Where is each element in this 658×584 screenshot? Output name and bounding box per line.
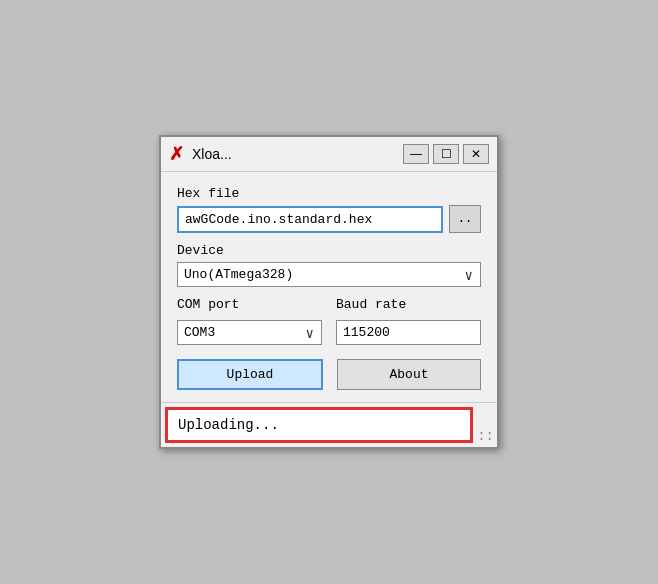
main-window: ✗ Xloa... — ☐ ✕ Hex file .. Device Uno(A… <box>159 135 499 449</box>
window-content: Hex file .. Device Uno(ATmega328) Mega(A… <box>161 172 497 402</box>
resize-handle[interactable]: :: <box>477 403 497 447</box>
title-bar: ✗ Xloa... — ☐ ✕ <box>161 137 497 172</box>
com-port-select[interactable]: COM3 COM1 COM2 COM4 <box>177 320 322 345</box>
baud-rate-section: Baud rate <box>336 297 481 345</box>
com-baud-row: COM port COM3 COM1 COM2 COM4 Baud rate <box>177 297 481 345</box>
hex-file-input[interactable] <box>177 206 443 233</box>
status-text-wrapper: Uploading... <box>165 407 473 443</box>
baud-rate-label: Baud rate <box>336 297 481 312</box>
baud-rate-input[interactable] <box>336 320 481 345</box>
device-select[interactable]: Uno(ATmega328) Mega(ATmega2560) Nano(ATm… <box>177 262 481 287</box>
window-title: Xloa... <box>192 146 395 162</box>
about-button[interactable]: About <box>337 359 481 390</box>
browse-button[interactable]: .. <box>449 205 481 233</box>
minimize-button[interactable]: — <box>403 144 429 164</box>
resize-icon: :: <box>477 429 494 443</box>
com-port-label: COM port <box>177 297 322 312</box>
device-select-wrapper: Uno(ATmega328) Mega(ATmega2560) Nano(ATm… <box>177 262 481 287</box>
app-icon: ✗ <box>169 143 184 165</box>
com-select-wrapper: COM3 COM1 COM2 COM4 <box>177 320 322 345</box>
hex-file-row: .. <box>177 205 481 233</box>
hex-file-label: Hex file <box>177 186 481 201</box>
status-bar: Uploading... :: <box>161 402 497 447</box>
device-section: Device Uno(ATmega328) Mega(ATmega2560) N… <box>177 243 481 287</box>
status-text: Uploading... <box>178 417 279 433</box>
device-label: Device <box>177 243 481 258</box>
window-controls: — ☐ ✕ <box>403 144 489 164</box>
restore-button[interactable]: ☐ <box>433 144 459 164</box>
action-row: Upload About <box>177 359 481 390</box>
hex-file-section: Hex file .. <box>177 186 481 233</box>
close-button[interactable]: ✕ <box>463 144 489 164</box>
upload-button[interactable]: Upload <box>177 359 323 390</box>
com-port-section: COM port COM3 COM1 COM2 COM4 <box>177 297 322 345</box>
